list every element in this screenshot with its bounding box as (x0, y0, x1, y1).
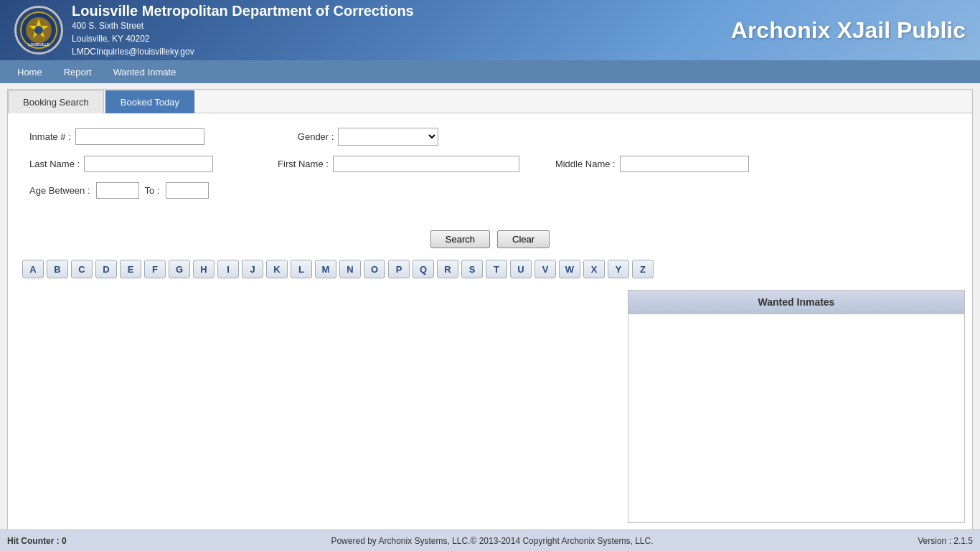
alpha-btn-t[interactable]: T (486, 260, 507, 278)
alpha-btn-k[interactable]: K (266, 260, 288, 278)
header-text: Louisville Metropolitan Department of Co… (72, 3, 414, 58)
button-row: Search Clear (8, 230, 972, 248)
form-row-1: Inmate # : Gender : Male Female (29, 128, 951, 146)
clear-button[interactable]: Clear (497, 230, 550, 248)
wanted-inmates-body (628, 314, 964, 522)
right-panel: Wanted Inmates (628, 290, 972, 551)
inmate-label: Inmate # : (29, 131, 71, 142)
nav-home[interactable]: Home (7, 63, 52, 81)
header: LOUISVILLE Louisville Metropolitan Depar… (0, 0, 980, 60)
wanted-inmates-header: Wanted Inmates (628, 291, 964, 314)
nav: Home Report Wanted Inmate (0, 60, 980, 83)
gender-label: Gender : (298, 131, 334, 142)
age-between-label: Age Between : (29, 185, 90, 196)
inmate-field: Inmate # : (29, 128, 204, 145)
tab-booking-search[interactable]: Booking Search (8, 90, 104, 113)
left-content (8, 290, 628, 551)
alpha-btn-a[interactable]: A (22, 260, 44, 278)
form-area: Inmate # : Gender : Male Female Last Nam… (8, 113, 972, 223)
last-name-label: Last Name : (29, 159, 80, 169)
alpha-btn-d[interactable]: D (95, 260, 117, 278)
alpha-btn-r[interactable]: R (437, 260, 458, 278)
address-line1: 400 S. Sixth Street (72, 19, 414, 32)
form-row-3: Age Between : To : (29, 182, 951, 199)
alpha-btn-z[interactable]: Z (632, 260, 654, 278)
tab-booked-today[interactable]: Booked Today (105, 90, 194, 113)
nav-report[interactable]: Report (54, 63, 102, 81)
logo: LOUISVILLE (14, 6, 63, 55)
alphabet-row: ABCDEFGHIJKLMNOPQRSTUVWXYZ (8, 260, 972, 278)
app-title: Archonix XJail Public (731, 17, 966, 44)
alpha-btn-f[interactable]: F (144, 260, 166, 278)
footer-version: Version : 2.1.5 (918, 536, 973, 546)
last-name-field: Last Name : (29, 156, 213, 172)
wanted-inmates-panel: Wanted Inmates (628, 290, 965, 523)
alpha-btn-u[interactable]: U (510, 260, 532, 278)
form-row-2: Last Name : First Name : Middle Name : (29, 156, 951, 172)
alpha-btn-q[interactable]: Q (413, 260, 434, 278)
last-name-input[interactable] (84, 156, 213, 172)
first-name-input[interactable] (333, 156, 519, 172)
email: LMDCInquiries@louisvilleky.gov (72, 45, 414, 58)
footer: Hit Counter : 0 Powered by Archonix Syst… (0, 529, 980, 551)
first-name-label: First Name : (278, 159, 329, 169)
svg-point-3 (34, 26, 43, 34)
nav-wanted-inmate[interactable]: Wanted Inmate (103, 63, 187, 81)
age-from-input[interactable] (96, 182, 139, 199)
org-name: Louisville Metropolitan Department of Co… (72, 3, 414, 19)
alpha-btn-i[interactable]: I (217, 260, 239, 278)
alpha-btn-h[interactable]: H (193, 260, 215, 278)
alpha-btn-c[interactable]: C (71, 260, 93, 278)
alpha-btn-b[interactable]: B (47, 260, 68, 278)
svg-text:LOUISVILLE: LOUISVILLE (28, 42, 50, 47)
inmate-input[interactable] (75, 128, 204, 145)
alpha-btn-y[interactable]: Y (608, 260, 629, 278)
alpha-btn-e[interactable]: E (120, 260, 141, 278)
hit-counter: Hit Counter : 0 (7, 536, 67, 546)
alpha-btn-s[interactable]: S (461, 260, 483, 278)
alpha-btn-o[interactable]: O (364, 260, 385, 278)
alpha-btn-j[interactable]: J (242, 260, 263, 278)
alpha-btn-g[interactable]: G (169, 260, 190, 278)
alpha-btn-n[interactable]: N (339, 260, 361, 278)
middle-name-field: Middle Name : (555, 156, 749, 172)
gender-field: Gender : Male Female (298, 128, 439, 146)
tabs: Booking Search Booked Today (8, 90, 972, 113)
main-content: Booking Search Booked Today Inmate # : G… (7, 89, 973, 551)
alpha-btn-v[interactable]: V (534, 260, 556, 278)
content-wrapper: Wanted Inmates (8, 290, 972, 551)
alpha-btn-p[interactable]: P (388, 260, 410, 278)
middle-name-input[interactable] (620, 156, 749, 172)
header-left: LOUISVILLE Louisville Metropolitan Depar… (14, 3, 414, 58)
alpha-btn-w[interactable]: W (559, 260, 580, 278)
age-row: Age Between : To : (29, 182, 209, 199)
address-line2: Louisville, KY 40202 (72, 32, 414, 45)
alpha-btn-m[interactable]: M (315, 260, 336, 278)
search-button[interactable]: Search (430, 230, 490, 248)
footer-powered-by: Powered by Archonix Systems, LLC.© 2013-… (331, 536, 653, 546)
logo-inner: LOUISVILLE (20, 11, 57, 49)
gender-select[interactable]: Male Female (338, 128, 438, 146)
middle-name-label: Middle Name : (555, 159, 616, 169)
alpha-btn-l[interactable]: L (291, 260, 312, 278)
alpha-btn-x[interactable]: X (583, 260, 605, 278)
age-to-label: To : (145, 185, 160, 196)
first-name-field: First Name : (278, 156, 519, 172)
age-to-input[interactable] (166, 182, 209, 199)
